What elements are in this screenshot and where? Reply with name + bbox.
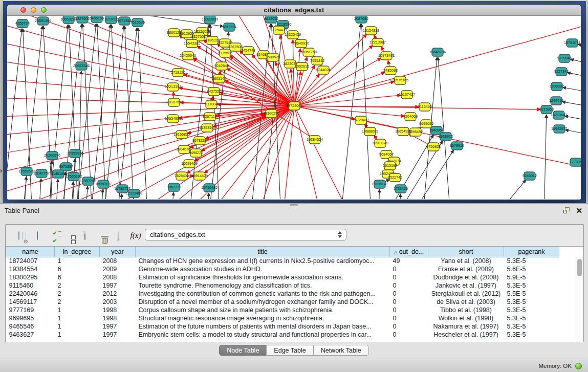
network-node[interactable]: 12213987 xyxy=(369,38,386,47)
table-cell[interactable]: 1 xyxy=(55,306,100,314)
table-cell[interactable]: 2 xyxy=(55,281,100,290)
table-row[interactable]: 2242004622012Investigating the contribut… xyxy=(6,290,559,298)
table-cell[interactable]: 18300295 xyxy=(6,273,55,281)
network-node[interactable]: 9175685 xyxy=(218,49,232,57)
table-cell[interactable]: 0 xyxy=(390,306,428,314)
network-node[interactable]: 9857771 xyxy=(167,183,181,191)
network-node[interactable]: 177035 xyxy=(570,158,581,166)
table-row[interactable]: 1872400712008Changes of HCN gene express… xyxy=(6,257,559,265)
network-node[interactable]: 9498222 xyxy=(189,149,203,157)
vertical-scrollbar[interactable] xyxy=(576,257,583,342)
table-options-icon[interactable]: ⚙ xyxy=(12,229,26,242)
table-cell[interactable]: 9699695 xyxy=(6,314,55,322)
table-cell[interactable]: 0 xyxy=(390,265,428,273)
table-cell[interactable]: 1998 xyxy=(100,314,136,322)
table-cell[interactable]: Tourette syndrome. Phenomenology and cla… xyxy=(136,281,390,290)
table-cell[interactable]: 5.3E-5 xyxy=(504,314,559,322)
table-cell[interactable]: 5.6E-5 xyxy=(504,265,559,273)
table-cell[interactable]: 5.5E-5 xyxy=(504,290,559,298)
network-node[interactable]: 10973493 xyxy=(378,52,395,60)
network-node[interactable]: 9756928 xyxy=(426,143,441,151)
network-node[interactable]: 20053346 xyxy=(73,62,90,70)
table-cell[interactable]: 2003 xyxy=(100,298,136,306)
table-row[interactable]: 1830029562008Estimation of significance … xyxy=(6,273,559,281)
table-cell[interactable]: Corpus callosum shape and size in male p… xyxy=(136,306,390,314)
network-canvas[interactable]: 4355724206914061065328713276026466160107… xyxy=(7,16,581,199)
table-cell[interactable]: 49 xyxy=(390,257,428,265)
table-cell[interactable]: 5.3E-5 xyxy=(504,322,559,331)
table-row[interactable]: 977716911998Corpus callosum shape and si… xyxy=(6,306,559,314)
network-node[interactable]: 1062615 xyxy=(295,62,309,71)
table-cell[interactable]: 5.9E-5 xyxy=(504,273,559,281)
table-cell[interactable]: 18724007 xyxy=(6,257,55,265)
network-node[interactable]: 17359936 xyxy=(67,149,83,158)
network-node[interactable]: 8679919 xyxy=(450,142,464,150)
table-cell[interactable]: 0 xyxy=(390,281,428,290)
table-cell[interactable]: 2 xyxy=(55,290,100,298)
column-header-year[interactable]: year xyxy=(100,247,136,257)
network-node[interactable]: 8454743 xyxy=(241,47,255,55)
table-cell[interactable]: 5.3E-5 xyxy=(504,281,559,290)
network-node[interactable]: 10688609 xyxy=(362,127,378,136)
column-header-out_de[interactable]: △out_de... xyxy=(390,247,428,257)
network-node[interactable]: 4355724 xyxy=(15,19,30,28)
table-cell[interactable]: 9115460 xyxy=(6,281,55,290)
table-cell[interactable]: Investigating the contribution of common… xyxy=(136,290,390,298)
network-node[interactable]: 2522742 xyxy=(388,173,402,182)
network-node[interactable]: 1327602 xyxy=(75,16,90,23)
tab-network-table[interactable]: Network Table xyxy=(313,345,369,356)
network-node[interactable]: 16210643 xyxy=(551,111,567,119)
table-cell[interactable]: 5.3E-5 xyxy=(504,331,559,339)
network-node[interactable]: 22420046 xyxy=(180,52,196,60)
new-column-icon[interactable] xyxy=(78,229,92,242)
network-node[interactable]: 1615192 xyxy=(383,162,397,170)
table-cell[interactable]: 0 xyxy=(390,273,428,281)
network-node[interactable]: 2718126 xyxy=(171,69,185,77)
network-node[interactable]: 8267110 xyxy=(203,113,216,121)
table-cell[interactable]: Hescheler et al. (1997) xyxy=(428,331,504,339)
network-node[interactable]: 7204069 xyxy=(403,113,418,121)
network-node[interactable]: 19654923 xyxy=(395,127,411,136)
network-node[interactable]: 9245012 xyxy=(522,172,537,180)
network-node[interactable]: 16033809 xyxy=(202,16,218,24)
network-node[interactable]: 15751074 xyxy=(564,39,580,47)
table-cell[interactable]: 5.3E-5 xyxy=(504,257,559,265)
table-cell[interactable]: Estimation of the future numbers of pati… xyxy=(136,322,390,331)
row-height-icon[interactable] xyxy=(63,229,78,242)
close-panel-icon[interactable]: ✕ xyxy=(576,206,582,215)
tab-edge-table[interactable]: Edge Table xyxy=(266,345,313,356)
network-node[interactable]: 16648784 xyxy=(429,48,446,56)
network-node[interactable]: 16154838 xyxy=(363,27,379,35)
network-node[interactable]: 16914479 xyxy=(191,172,208,180)
network-node[interactable]: 11568629 xyxy=(18,167,34,176)
network-window-titlebar[interactable]: citations_edges.txt xyxy=(7,5,581,16)
table-cell[interactable]: Embryonic stem cells: a model to study s… xyxy=(136,331,390,339)
delete-column-icon[interactable] xyxy=(94,229,108,242)
network-node[interactable]: 18907249 xyxy=(372,139,388,147)
table-row[interactable]: 911546021997Tourette syndrome. Phenomeno… xyxy=(6,281,559,290)
column-header-title[interactable]: title xyxy=(136,247,390,257)
network-node[interactable]: 18300295 xyxy=(263,110,279,118)
table-selector-dropdown[interactable]: citations_edges.txt xyxy=(145,229,346,240)
function-builder-icon[interactable]: f(x) xyxy=(128,229,143,242)
table-cell[interactable]: 2012 xyxy=(100,290,136,298)
network-node[interactable]: 9129946 xyxy=(557,54,572,62)
table-cell[interactable]: 0 xyxy=(390,331,428,339)
network-node[interactable]: 8678334 xyxy=(192,137,207,145)
network-node[interactable]: 19384554 xyxy=(307,136,323,144)
table-cell[interactable]: Changes of HCN gene expression and I(f) … xyxy=(136,257,390,265)
table-cell[interactable]: 1 xyxy=(55,257,100,265)
table-cell[interactable]: Genome-wide association studies in ADHD. xyxy=(136,265,390,273)
table-cell[interactable]: 6 xyxy=(55,273,100,281)
network-node[interactable]: 10653287 xyxy=(60,16,77,24)
table-cell[interactable]: 22420046 xyxy=(6,290,55,298)
network-node[interactable]: 1588520 xyxy=(266,53,280,61)
table-cell[interactable]: Nakamura et al. (1997) xyxy=(428,322,504,331)
table-cell[interactable]: 2009 xyxy=(100,265,136,273)
network-node[interactable]: 9242848 xyxy=(214,62,229,70)
tab-node-table[interactable]: Node Table xyxy=(219,345,267,356)
network-node[interactable]: 20206576 xyxy=(44,151,60,160)
show-columns-icon[interactable] xyxy=(30,229,45,242)
table-cell[interactable]: 0 xyxy=(390,322,428,331)
table-cell[interactable]: 0 xyxy=(390,314,428,322)
